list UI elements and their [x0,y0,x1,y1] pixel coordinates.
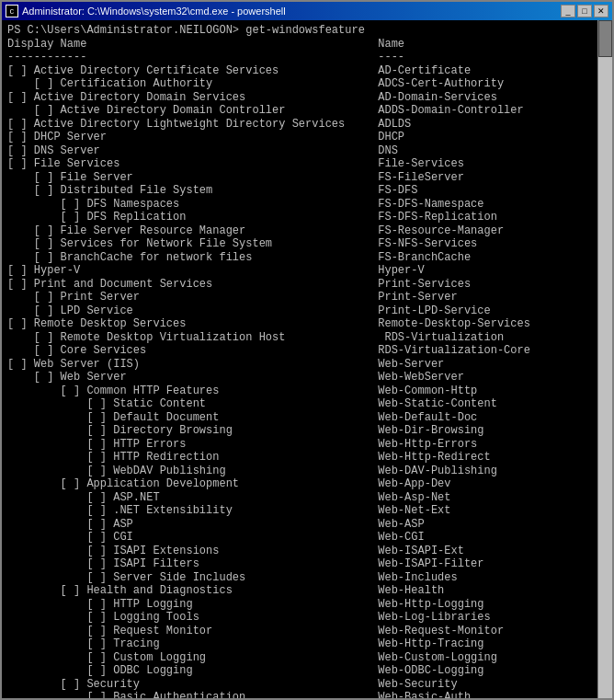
console-output: PS C:\Users\Administrator.NEILOGON> get-… [7,24,607,698]
title-bar-left: C Administrator: C:\Windows\system32\cmd… [6,5,286,17]
title-buttons[interactable]: _ □ ✕ [561,5,608,17]
scrollbar[interactable] [597,20,612,698]
console-text: Display Name Name ------------ ---- [ ] … [7,38,530,699]
minimize-button[interactable]: _ [561,5,575,17]
window-title: Administrator: C:\Windows\system32\cmd.e… [22,6,286,17]
title-bar: C Administrator: C:\Windows\system32\cmd… [2,2,612,20]
close-button[interactable]: ✕ [594,5,608,17]
main-window: C Administrator: C:\Windows\system32\cmd… [0,0,614,700]
console-area: PS C:\Users\Administrator.NEILOGON> get-… [2,20,612,698]
maximize-button[interactable]: □ [577,5,592,17]
scrollbar-thumb[interactable] [598,20,612,57]
window-icon: C [6,5,18,17]
console-prompt: PS C:\Users\Administrator.NEILOGON> get-… [7,24,365,37]
